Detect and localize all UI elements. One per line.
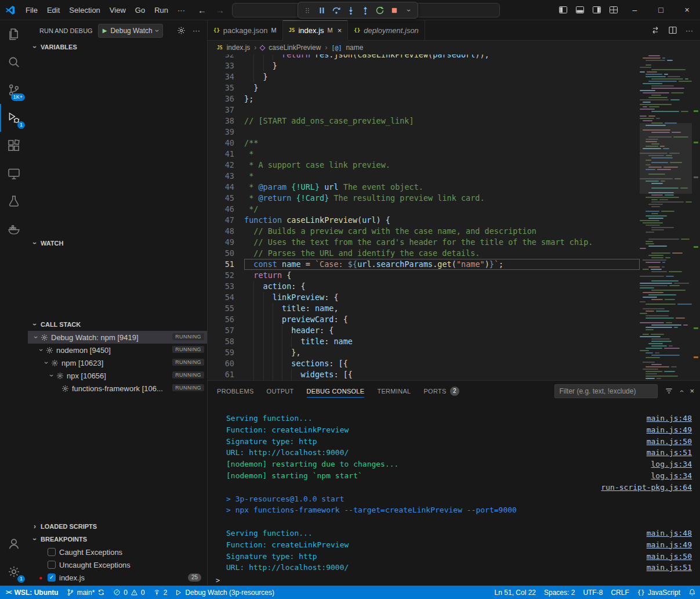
step-over-button[interactable] xyxy=(329,3,343,17)
source-link[interactable]: log.js:34 xyxy=(651,471,692,483)
code-line[interactable]: 41 * xyxy=(208,149,640,160)
tab-package-json[interactable]: {} package.json M xyxy=(208,20,283,40)
console-filter-input[interactable] xyxy=(554,384,658,398)
run-and-debug-icon[interactable]: 1 xyxy=(0,104,28,132)
menu-file[interactable]: File xyxy=(21,0,42,20)
nav-forward-icon[interactable]: → xyxy=(216,5,224,15)
line-number[interactable]: 50 xyxy=(208,248,234,259)
code-line[interactable]: 39 xyxy=(208,127,640,138)
source-link[interactable]: main.js:50 xyxy=(647,552,692,564)
breakpoint-row[interactable]: Uncaught Exceptions xyxy=(28,558,207,571)
console-output[interactable]: Serving function...main.js:48Function: c… xyxy=(208,401,700,575)
code-line[interactable]: 54 linkPreview: { xyxy=(208,292,640,303)
explorer-icon[interactable] xyxy=(0,20,28,48)
menu-selection[interactable]: Selection xyxy=(64,0,104,20)
tab-debug-console[interactable]: DEBUG CONSOLE xyxy=(307,381,365,401)
code-line[interactable]: 56 previewCard: { xyxy=(208,314,640,325)
callstack-row[interactable]: functions-framework [106... RUNNING xyxy=(28,382,207,395)
code-line[interactable]: 43 * xyxy=(208,171,640,182)
tab-output[interactable]: OUTPUT xyxy=(267,381,294,401)
line-number[interactable]: 35 xyxy=(208,82,234,93)
line-number[interactable]: 45 xyxy=(208,193,234,204)
debug-config-dropdown[interactable]: ▶ Debug Watch › xyxy=(98,24,163,38)
open-changes-icon[interactable] xyxy=(651,26,660,35)
code-line[interactable]: 57 header: { xyxy=(208,325,640,336)
extensions-icon[interactable] xyxy=(0,132,28,160)
accounts-icon[interactable] xyxy=(0,530,28,558)
split-editor-icon[interactable] xyxy=(668,26,677,35)
source-link[interactable]: main.js:51 xyxy=(647,563,692,575)
line-number[interactable]: 46 xyxy=(208,204,234,215)
nav-back-icon[interactable]: ← xyxy=(198,5,206,15)
drag-grip-icon[interactable] xyxy=(300,3,314,17)
minimize-button[interactable]: – xyxy=(622,0,648,20)
console-prompt-icon[interactable]: > xyxy=(216,576,220,584)
source-link[interactable]: main.js:49 xyxy=(647,540,692,552)
code-line[interactable]: 34 } xyxy=(208,71,640,82)
close-panel-icon[interactable]: × xyxy=(690,387,694,395)
line-number[interactable]: 41 xyxy=(208,149,234,160)
line-number[interactable]: 44 xyxy=(208,182,234,193)
indentation-indicator[interactable]: Spaces: 2 xyxy=(540,586,579,599)
maximize-panel-icon[interactable]: › xyxy=(677,390,686,392)
line-number[interactable]: 37 xyxy=(208,104,234,116)
code-line[interactable]: 48 // Builds a preview card with the cas… xyxy=(208,226,640,237)
breakpoint-checkbox[interactable] xyxy=(48,548,56,556)
code-line[interactable]: 58 title: name xyxy=(208,336,640,347)
source-link[interactable]: run-script-pkg.js:64 xyxy=(601,483,692,495)
line-number[interactable]: 53 xyxy=(208,281,234,292)
line-number[interactable]: 48 xyxy=(208,226,234,237)
line-number[interactable]: 58 xyxy=(208,336,234,347)
breakpoint-checkbox[interactable] xyxy=(48,561,56,569)
line-number[interactable]: 32 xyxy=(208,55,234,60)
code-line[interactable]: 50 // Parses the URL and identify the ca… xyxy=(208,248,640,259)
source-link[interactable]: main.js:48 xyxy=(647,414,692,425)
menu-view[interactable]: View xyxy=(105,0,130,20)
line-number[interactable]: 59 xyxy=(208,347,234,358)
code-line[interactable]: 49 // Uses the text from the card's head… xyxy=(208,237,640,248)
tab-problems[interactable]: PROBLEMS xyxy=(217,381,254,401)
language-indicator[interactable]: {} JavaScript xyxy=(633,586,684,599)
code-line[interactable]: 35 } xyxy=(208,82,640,93)
line-number[interactable]: 42 xyxy=(208,160,234,171)
docker-icon[interactable] xyxy=(0,215,28,243)
line-number[interactable]: 61 xyxy=(208,369,234,380)
overview-ruler[interactable] xyxy=(692,55,700,380)
code-line[interactable]: 61 widgets: [{ xyxy=(208,369,640,380)
loaded-scripts-section-header[interactable]: › LOADED SCRIPTS xyxy=(28,520,207,533)
line-number[interactable]: 34 xyxy=(208,71,234,82)
breakpoints-section-header[interactable]: › BREAKPOINTS xyxy=(28,533,207,546)
debug-session-dropdown-icon[interactable]: › xyxy=(401,3,416,17)
minimap[interactable] xyxy=(640,55,692,380)
code-line[interactable]: 45 * @return {!Card} The resulting previ… xyxy=(208,193,640,204)
line-number[interactable]: 47 xyxy=(208,215,234,226)
code-line[interactable]: 60 sections: [{ xyxy=(208,358,640,369)
ports-indicator[interactable]: 2 xyxy=(149,586,172,599)
tab-terminal[interactable]: TERMINAL xyxy=(377,381,411,401)
tab-deployment-json[interactable]: {} deployment.json xyxy=(348,20,425,40)
line-number[interactable]: 52 xyxy=(208,270,234,281)
minimap-viewport[interactable] xyxy=(640,123,692,194)
tab-ports[interactable]: PORTS2 xyxy=(423,381,459,401)
source-control-icon[interactable]: 1K+ xyxy=(0,76,28,104)
branch-indicator[interactable]: main* xyxy=(63,586,110,599)
line-number[interactable]: 33 xyxy=(208,60,234,71)
code-line[interactable]: 47function caseLinkPreview(url) { xyxy=(208,215,640,226)
code-line[interactable]: 33 } xyxy=(208,60,640,71)
source-link[interactable]: log.js:34 xyxy=(651,460,692,471)
views-more-icon[interactable]: ··· xyxy=(193,26,200,35)
menu-edit[interactable]: Edit xyxy=(42,0,64,20)
testing-icon[interactable] xyxy=(0,187,28,215)
callstack-row[interactable]: › npx [10656] RUNNING xyxy=(28,369,207,382)
start-debug-icon[interactable]: ▶ xyxy=(103,27,107,34)
line-number[interactable]: 49 xyxy=(208,237,234,248)
remote-explorer-icon[interactable] xyxy=(0,160,28,187)
source-link[interactable]: main.js:51 xyxy=(647,448,692,460)
line-number[interactable]: 36 xyxy=(208,93,234,104)
line-number[interactable]: 40 xyxy=(208,138,234,149)
maximize-button[interactable]: □ xyxy=(648,0,674,20)
editor-more-actions-icon[interactable]: ··· xyxy=(686,26,693,35)
code-line[interactable]: 51 const name = `Case: ${url.searchParam… xyxy=(208,259,640,270)
breadcrumb-symbol[interactable]: name xyxy=(346,44,363,52)
code-line[interactable]: 59 }, xyxy=(208,347,640,358)
